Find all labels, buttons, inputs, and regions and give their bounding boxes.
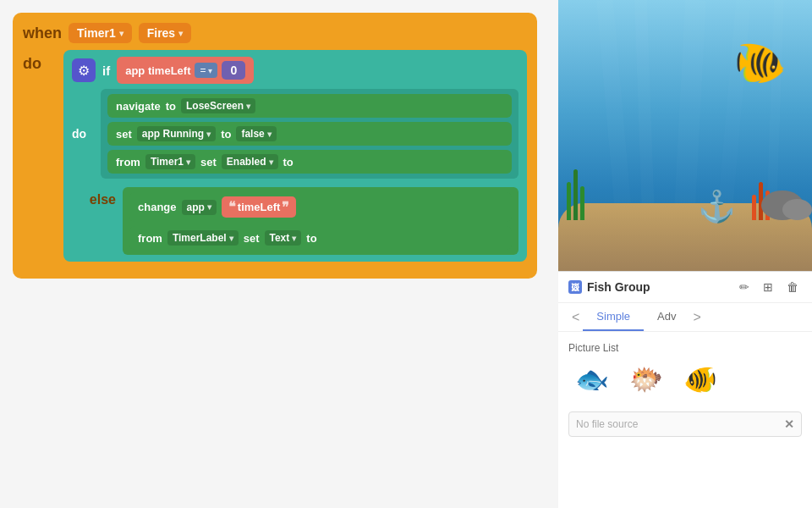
false-dropdown[interactable]: false ▾	[236, 126, 276, 141]
do-keyword: do	[23, 50, 57, 73]
fish-thumb-2[interactable]: 🐡	[623, 361, 670, 398]
picture-list: 🐟 🐡 🐠	[568, 361, 802, 398]
condition-block: app timeLeft = ▾ 0	[117, 57, 254, 84]
preview-area: 🐠 ⚓	[558, 0, 812, 271]
tab-simple[interactable]: Simple	[583, 303, 644, 331]
file-source-clear-button[interactable]: ✕	[784, 417, 794, 431]
properties-header: 🖼 Fish Group ✏ ⊞ 🗑	[558, 272, 812, 303]
outer-block: when Timer1 ▾ Fires ▾ do ⚙ if	[13, 13, 537, 279]
text-arrow: ▾	[292, 234, 296, 243]
from-enabled-block: from Timer1 ▾ set Enabled ▾ to	[107, 150, 512, 174]
from-text-block: from TimerLabel ▾ set Text ▾ to	[129, 226, 512, 250]
fish-thumb-3[interactable]: 🐠	[677, 361, 724, 398]
false-arrow: ▾	[267, 130, 272, 139]
running-arrow: ▾	[206, 130, 211, 139]
close-quote: ❞	[282, 199, 289, 215]
app-running-dropdown[interactable]: app Running ▾	[137, 126, 216, 141]
timer1-set-arrow: ▾	[186, 157, 190, 167]
if-keyword: if	[102, 64, 110, 78]
right-panel: 🐠 ⚓ 🖼 Fis	[558, 0, 812, 508]
timer1-dropdown[interactable]: Timer1 ▾	[69, 23, 132, 43]
else-body: change app ▾ ❝ timeLeft ❞	[123, 187, 518, 255]
copy-button[interactable]: ⊞	[760, 279, 776, 295]
losescreen-arrow: ▾	[246, 102, 250, 111]
fires-arrow: ▾	[178, 29, 183, 38]
set-running-block: set app Running ▾ to false ▾	[107, 122, 512, 146]
app-timeleft-var: app timeLeft	[125, 64, 190, 77]
tab-next-button[interactable]: >	[690, 306, 705, 329]
seabed: ⚓	[558, 203, 812, 271]
anchor-icon: ⚓	[698, 189, 736, 224]
eq-arrow: ▾	[208, 66, 212, 75]
when-row: when Timer1 ▾ Fires ▾	[23, 23, 527, 43]
open-quote: ❝	[228, 199, 236, 215]
text-dropdown[interactable]: Text ▾	[265, 230, 302, 246]
if-block: ⚙ if app timeLeft = ▾ 0 do	[63, 50, 527, 262]
equals-operator[interactable]: = ▾	[195, 63, 217, 78]
tab-prev-button[interactable]: <	[568, 306, 583, 329]
delete-button[interactable]: 🗑	[783, 279, 802, 295]
enabled-dropdown[interactable]: Enabled ▾	[222, 154, 278, 169]
code-panel: when Timer1 ▾ Fires ▾ do ⚙ if	[0, 0, 558, 508]
fish-thumb-1[interactable]: 🐟	[568, 361, 616, 398]
picture-list-label: Picture List	[568, 342, 802, 354]
timerlabel-dropdown[interactable]: TimerLabel ▾	[167, 230, 239, 246]
seagrass-left	[567, 169, 584, 220]
rock-right2	[782, 199, 812, 220]
gear-icon[interactable]: ⚙	[72, 58, 96, 82]
timer1-set-dropdown[interactable]: Timer1 ▾	[145, 154, 195, 169]
properties-content: Picture List 🐟 🐡 🐠 No file source ✕	[558, 332, 812, 508]
timeleft-string: ❝ timeLeft ❞	[222, 196, 297, 218]
fish-group-icon: 🖼	[568, 280, 582, 294]
properties-panel: 🖼 Fish Group ✏ ⊞ 🗑 < Simple Adv > Pictur…	[558, 271, 812, 508]
tab-adv[interactable]: Adv	[644, 303, 689, 331]
do-inner-keyword: do	[72, 127, 96, 141]
do-row: do ⚙ if app timeLeft = ▾	[23, 50, 527, 262]
file-source-placeholder: No file source	[576, 418, 781, 430]
do-inner-row: do navigate to LoseScreen ▾	[72, 89, 518, 179]
enabled-arrow: ▾	[269, 157, 273, 167]
zero-value: 0	[222, 61, 245, 80]
change-block: change app ▾ ❝ timeLeft ❞	[129, 192, 512, 222]
losescreen-dropdown[interactable]: LoseScreen ▾	[181, 98, 255, 113]
main-fish: 🐠	[734, 38, 787, 87]
timer1-arrow: ▾	[119, 29, 123, 38]
else-row: else change app ▾ ❝ timeLef	[72, 187, 518, 255]
timerlabel-arrow: ▾	[229, 234, 233, 243]
fish-group-title: Fish Group	[587, 280, 650, 294]
if-row: ⚙ if app timeLeft = ▾ 0	[72, 57, 518, 84]
file-source-row: No file source ✕	[568, 411, 802, 437]
tabs-row: < Simple Adv >	[558, 303, 812, 332]
edit-button[interactable]: ✏	[736, 279, 753, 295]
when-keyword: when	[23, 25, 62, 42]
properties-actions: ✏ ⊞ 🗑	[736, 279, 802, 295]
app-dropdown[interactable]: app ▾	[182, 200, 217, 215]
properties-title: 🖼 Fish Group	[568, 280, 650, 294]
navigate-block: navigate to LoseScreen ▾	[107, 94, 512, 118]
fires-dropdown[interactable]: Fires ▾	[139, 23, 191, 43]
app-arrow: ▾	[207, 202, 211, 212]
do-body: navigate to LoseScreen ▾ set app Runnin	[101, 89, 518, 179]
else-keyword: else	[72, 187, 116, 207]
